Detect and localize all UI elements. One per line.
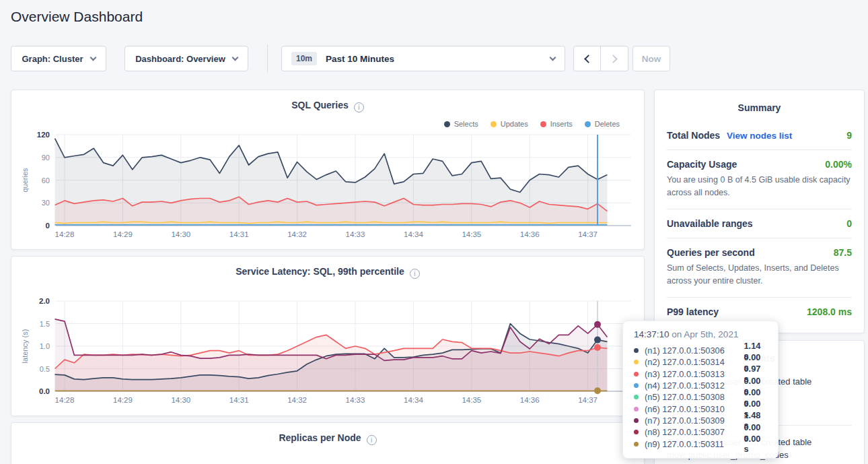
total-nodes-section: Total Nodes View nodes list 9 bbox=[667, 121, 852, 150]
summary-title: Summary bbox=[655, 90, 864, 121]
tooltip-node-name: (n7) 127.0.0.1:50309 bbox=[645, 416, 744, 426]
capacity-usage-section: Capacity Usage 0.00% You are using 0 B o… bbox=[667, 150, 852, 209]
svg-text:14:32: 14:32 bbox=[287, 396, 307, 404]
node-color-dot-icon bbox=[634, 348, 639, 353]
tooltip-node-list: (n1) 127.0.0.1:503061.14 s(n2) 127.0.0.1… bbox=[634, 345, 767, 450]
time-range-label: Past 10 Minutes bbox=[326, 54, 394, 64]
chevron-right-icon bbox=[609, 55, 618, 63]
svg-text:14:37: 14:37 bbox=[578, 230, 598, 238]
svg-text:14:35: 14:35 bbox=[462, 230, 481, 238]
service-latency-card: Service Latency: SQL, 99th percentilei 1… bbox=[11, 256, 645, 416]
tooltip-node-value: 0.00 s bbox=[744, 434, 767, 454]
next-range-button[interactable] bbox=[601, 46, 628, 71]
service-latency-chart[interactable]: 14:2814:2914:3014:3114:3214:3314:3414:35… bbox=[11, 257, 644, 416]
queries-per-second-label: Queries per second bbox=[667, 247, 755, 258]
graph-dropdown-label: Graph: Cluster bbox=[22, 54, 83, 64]
svg-text:2.0: 2.0 bbox=[39, 297, 50, 305]
tooltip-node-name: (n6) 127.0.0.1:50310 bbox=[645, 404, 744, 414]
tooltip-node-name: (n9) 127.0.0.1:50311 bbox=[645, 439, 744, 449]
chart-hover-tooltip: 14:37:10 on Apr 5th, 2021 (n1) 127.0.0.1… bbox=[622, 321, 779, 459]
replicas-per-node-card: Replicas per Nodei bbox=[11, 422, 645, 464]
svg-text:14:34: 14:34 bbox=[404, 230, 423, 238]
svg-text:14:28: 14:28 bbox=[55, 230, 75, 238]
p99-latency-label: P99 latency bbox=[667, 306, 719, 317]
svg-text:14:30: 14:30 bbox=[171, 396, 190, 404]
svg-text:60: 60 bbox=[42, 176, 50, 185]
chevron-down-icon bbox=[550, 54, 556, 61]
queries-per-second-description: Sum of Selects, Updates, Inserts, and De… bbox=[667, 262, 852, 288]
time-range-picker[interactable]: 10m Past 10 Minutes bbox=[281, 46, 565, 71]
node-color-dot-icon bbox=[634, 372, 639, 376]
total-nodes-label: Total Nodes bbox=[667, 130, 720, 141]
unavailable-ranges-label: Unavailable ranges bbox=[667, 218, 753, 229]
capacity-usage-description: You are using 0 B of 4.5 GiB usable disk… bbox=[667, 174, 852, 200]
time-step-buttons bbox=[573, 46, 628, 71]
node-color-dot-icon bbox=[634, 418, 639, 423]
tooltip-node-name: (n2) 127.0.0.1:50314 bbox=[645, 357, 744, 367]
svg-text:14:29: 14:29 bbox=[113, 396, 133, 404]
unavailable-ranges-section: Unavailable ranges 0 bbox=[667, 209, 852, 238]
svg-text:0.5: 0.5 bbox=[40, 365, 50, 373]
svg-text:14:36: 14:36 bbox=[520, 396, 540, 404]
node-color-dot-icon bbox=[634, 360, 639, 364]
replicas-per-node-title: Replicas per Nodei bbox=[11, 432, 644, 445]
svg-text:14:32: 14:32 bbox=[287, 230, 307, 238]
svg-text:0: 0 bbox=[46, 222, 50, 230]
node-color-dot-icon bbox=[634, 395, 639, 399]
svg-text:120: 120 bbox=[37, 131, 50, 139]
svg-text:14:28: 14:28 bbox=[55, 396, 75, 404]
dashboard-dropdown[interactable]: Dashboard: Overview bbox=[124, 46, 248, 71]
chevron-left-icon bbox=[584, 55, 593, 63]
tooltip-node-name: (n4) 127.0.0.1:50312 bbox=[645, 380, 744, 391]
svg-text:14:30: 14:30 bbox=[171, 230, 190, 238]
svg-text:14:31: 14:31 bbox=[229, 396, 249, 404]
dashboard-dropdown-label: Dashboard: Overview bbox=[135, 54, 225, 64]
svg-text:14:36: 14:36 bbox=[520, 230, 540, 238]
capacity-usage-value: 0.00% bbox=[825, 159, 852, 170]
queries-per-second-section: Queries per second 87.5 Sum of Selects, … bbox=[667, 238, 852, 297]
toolbar-divider bbox=[267, 44, 268, 73]
svg-text:1.5: 1.5 bbox=[40, 320, 50, 328]
tooltip-node-row: (n9) 127.0.0.1:503110.00 s bbox=[634, 438, 767, 449]
tooltip-node-name: (n1) 127.0.0.1:50306 bbox=[645, 345, 744, 356]
tooltip-node-name: (n3) 127.0.0.1:50313 bbox=[645, 369, 744, 379]
svg-text:14:34: 14:34 bbox=[404, 396, 423, 404]
info-icon[interactable]: i bbox=[367, 435, 377, 445]
total-nodes-value: 9 bbox=[846, 130, 852, 141]
now-button[interactable]: Now bbox=[632, 46, 670, 71]
svg-text:queries: queries bbox=[21, 168, 29, 193]
node-color-dot-icon bbox=[634, 383, 639, 388]
svg-text:latency (s): latency (s) bbox=[21, 329, 29, 364]
svg-text:0.0: 0.0 bbox=[39, 387, 50, 395]
tooltip-timestamp: 14:37:10 on Apr 5th, 2021 bbox=[634, 329, 767, 339]
tooltip-node-name: (n5) 127.0.0.1:50308 bbox=[645, 392, 744, 402]
svg-text:14:29: 14:29 bbox=[113, 230, 133, 238]
tooltip-node-name: (n8) 127.0.0.1:50307 bbox=[645, 427, 744, 437]
svg-text:14:31: 14:31 bbox=[229, 230, 249, 238]
time-range-badge: 10m bbox=[291, 52, 317, 65]
view-nodes-list-link[interactable]: View nodes list bbox=[727, 131, 792, 141]
svg-text:30: 30 bbox=[42, 199, 50, 207]
svg-text:14:33: 14:33 bbox=[346, 230, 365, 238]
node-color-dot-icon bbox=[634, 430, 639, 434]
node-color-dot-icon bbox=[634, 442, 639, 446]
previous-range-button[interactable] bbox=[574, 46, 601, 71]
svg-text:14:35: 14:35 bbox=[462, 396, 481, 404]
summary-panel: Summary Total Nodes View nodes list 9 Ca… bbox=[654, 90, 865, 333]
sql-queries-chart[interactable]: 14:2814:2914:3014:3114:3214:3314:3414:35… bbox=[11, 90, 644, 249]
graph-dropdown[interactable]: Graph: Cluster bbox=[11, 46, 106, 71]
capacity-usage-label: Capacity Usage bbox=[667, 159, 737, 170]
sql-queries-card: SQL Queriesi Selects Updates Inserts Del… bbox=[11, 90, 645, 250]
page-title: Overview Dashboard bbox=[11, 9, 143, 25]
unavailable-ranges-value: 0 bbox=[846, 218, 852, 229]
chevron-down-icon bbox=[89, 54, 96, 61]
chevron-down-icon bbox=[231, 54, 238, 61]
svg-text:14:37: 14:37 bbox=[578, 396, 598, 404]
queries-per-second-value: 87.5 bbox=[834, 247, 852, 258]
svg-text:14:33: 14:33 bbox=[346, 396, 365, 404]
node-color-dot-icon bbox=[634, 407, 639, 411]
overview-dashboard-page: Overview Dashboard Graph: Cluster Dashbo… bbox=[0, 0, 868, 464]
svg-text:1.0: 1.0 bbox=[40, 342, 50, 350]
svg-text:90: 90 bbox=[42, 154, 50, 162]
p99-latency-value: 1208.0 ms bbox=[807, 306, 852, 317]
